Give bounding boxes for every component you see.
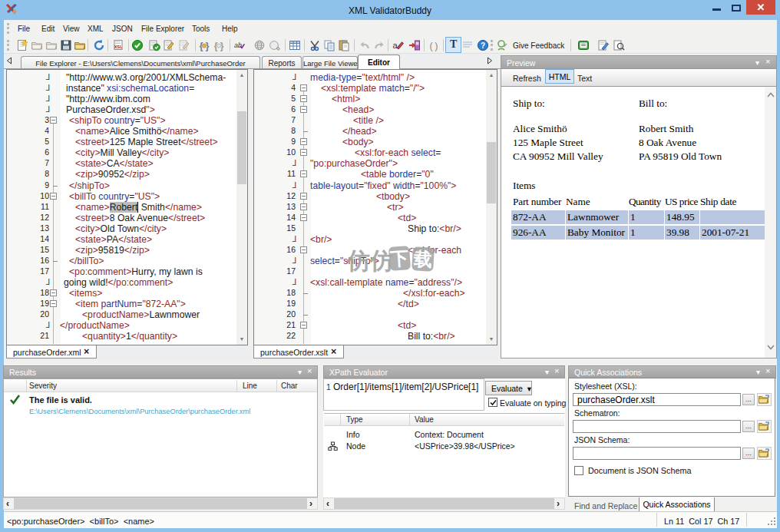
svg-text:?: ? xyxy=(481,41,485,50)
svg-text:( ): ( ) xyxy=(430,41,438,51)
svg-text:XSL: XSL xyxy=(114,45,123,49)
svg-text:ab: ab xyxy=(234,41,242,49)
